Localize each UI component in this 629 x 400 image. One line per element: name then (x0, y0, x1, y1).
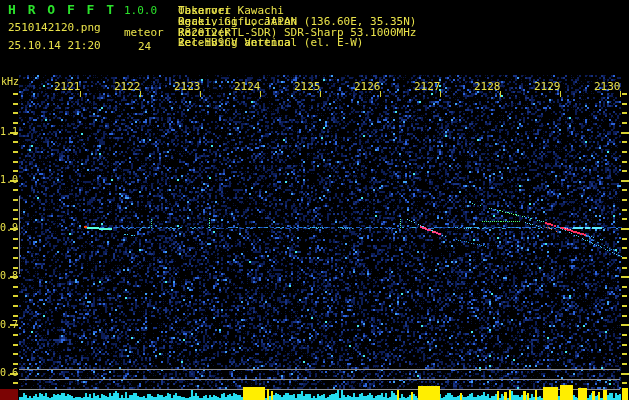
freq-tick-label: 0.8 (0, 270, 18, 281)
hrofft-window: H R O F F T 1.0.0 2510142120.png meteor … (0, 0, 629, 400)
freq-tick-label: 0.6 (0, 367, 18, 378)
time-tick-label: 2127 (414, 80, 441, 93)
info-value: 2el-HB9CV Vertical (el. E-W) (178, 38, 363, 49)
app-version: 1.0.0 (124, 4, 157, 17)
spectrogram-canvas (0, 0, 629, 400)
freq-tick-label: 1.1 (0, 126, 18, 137)
time-tick-label: 2123 (174, 80, 201, 93)
time-tick-label: 2129 (534, 80, 561, 93)
time-tick-label: 2125 (294, 80, 321, 93)
echo-count: 24 (138, 40, 151, 53)
time-tick-label: 2122 (114, 80, 141, 93)
time-tick-label: 2128 (474, 80, 501, 93)
time-tick-label: 2130 (594, 80, 621, 93)
time-tick-label: 2126 (354, 80, 381, 93)
time-tick-label: 2124 (234, 80, 261, 93)
output-filename: 2510142120.png (8, 21, 101, 34)
freq-axis-unit-label: kHz (1, 76, 19, 87)
timestamp: 25.10.14 21:20 (8, 39, 101, 52)
mode-label: meteor (124, 26, 164, 39)
app-title: H R O F F T (8, 2, 116, 17)
freq-tick-label: 1.0 (0, 174, 18, 185)
freq-tick-label: 0.7 (0, 319, 18, 330)
time-tick-label: 2121 (54, 80, 81, 93)
freq-tick-label: 0.9 (0, 222, 18, 233)
